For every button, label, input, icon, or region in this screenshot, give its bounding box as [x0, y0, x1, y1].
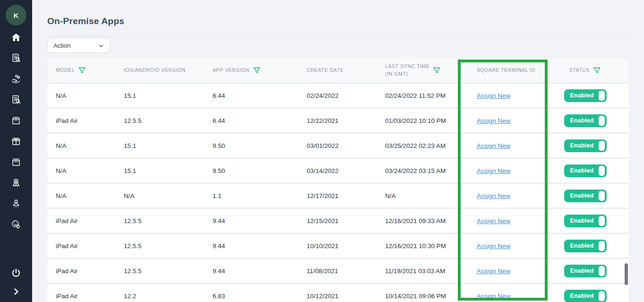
assign-new-link[interactable]: Assign New [477, 217, 510, 224]
cell-square-terminal-id: Assign New [477, 284, 548, 302]
award-user-icon[interactable] [10, 177, 22, 189]
table-body: N/A 15.1 6.44 02/24/2022 02/24/2022 11:5… [47, 83, 629, 302]
assign-new-link[interactable]: Assign New [477, 267, 510, 275]
cell-os-version: 12.5.5 [124, 208, 213, 233]
chevron-down-icon [98, 43, 104, 49]
cell-square-terminal-id: Assign New [477, 108, 548, 133]
table-row: N/A N/A 1.1 12/17/2021 N/A Assign New En… [47, 183, 629, 208]
filter-icon[interactable] [433, 67, 441, 75]
status-toggle[interactable]: Enabled [564, 290, 607, 302]
cell-last-sync: 01/03/2022 10:10 PM [385, 108, 477, 133]
cell-app-version: 9.44 [213, 208, 307, 233]
status-toggle-knob [599, 91, 605, 101]
status-toggle[interactable]: Enabled [564, 114, 607, 127]
cell-last-sync: N/A [385, 183, 477, 208]
cell-model: N/A [56, 183, 124, 208]
status-toggle[interactable]: Enabled [564, 190, 607, 202]
cell-last-sync: 12/16/2021 09:33 AM [385, 208, 477, 233]
avatar[interactable]: K [6, 5, 26, 26]
cell-status: Enabled [548, 284, 629, 302]
status-toggle[interactable]: Enabled [564, 139, 607, 152]
column-header-label: LAST SYNC TIME(IN GMT) [385, 63, 429, 78]
cell-create-date: 03/01/2022 [307, 133, 385, 158]
column-header: APP VERSION [213, 58, 307, 83]
cell-app-version: 9.44 [213, 233, 307, 258]
status-toggle-knob [599, 216, 605, 226]
assign-new-link[interactable]: Assign New [477, 242, 510, 250]
cell-model: N/A [56, 83, 124, 108]
status-toggle[interactable]: Enabled [564, 164, 607, 177]
user-icon[interactable] [10, 198, 22, 209]
status-toggle[interactable]: Enabled [564, 240, 607, 252]
cell-status: Enabled [548, 133, 629, 158]
sidebar-bottom [0, 267, 32, 297]
hand-coins-icon[interactable] [10, 73, 22, 85]
cell-square-terminal-id: Assign New [477, 259, 548, 283]
assign-new-link[interactable]: Assign New [477, 92, 510, 99]
assign-new-link[interactable]: Assign New [477, 192, 510, 199]
cell-app-version: 9.50 [213, 133, 307, 158]
filter-icon[interactable] [593, 67, 601, 75]
column-header-label: IOS/ANDROID VERSION [124, 67, 186, 74]
table-row: N/A 15.1 9.50 03/14/2022 03/24/2022 03:1… [47, 158, 629, 183]
home-icon[interactable] [10, 32, 22, 43]
table-row: N/A 15.1 6.44 02/24/2022 02/24/2022 11:5… [47, 83, 629, 108]
cell-square-terminal-id: Assign New [477, 233, 548, 258]
assign-new-link[interactable]: Assign New [477, 142, 510, 149]
status-toggle[interactable]: Enabled [564, 265, 607, 277]
cell-os-version: 12.5.5 [124, 259, 213, 283]
column-header-label: STATUS [569, 67, 590, 74]
filter-icon[interactable] [78, 67, 86, 75]
cell-last-sync: 10/14/2021 09:06 PM [385, 284, 477, 302]
assign-new-link[interactable]: Assign New [477, 167, 510, 174]
package-icon[interactable] [10, 156, 22, 168]
cell-model: iPad Air [56, 108, 124, 133]
report-search-icon[interactable] [10, 52, 22, 64]
status-toggle-knob [599, 141, 605, 151]
column-header-label: MODEL [56, 67, 75, 74]
status-toggle[interactable]: Enabled [564, 89, 607, 102]
cell-square-terminal-id: Assign New [477, 183, 548, 208]
avatar-initial: K [14, 11, 19, 19]
action-dropdown[interactable]: Action [47, 38, 110, 53]
cell-last-sync: 11/19/2021 03:03 AM [385, 259, 477, 283]
report-search-icon[interactable] [10, 94, 22, 105]
cell-last-sync: 02/24/2022 11:52 PM [385, 83, 477, 108]
assign-new-link[interactable]: Assign New [477, 293, 510, 300]
column-header: MODEL [56, 58, 124, 83]
status-toggle-knob [599, 291, 605, 301]
cell-square-terminal-id: Assign New [477, 133, 548, 158]
cell-last-sync: 03/24/2022 03:15 AM [385, 158, 477, 183]
cell-last-sync: 12/16/2021 10:30 PM [385, 233, 477, 258]
expand-sidebar-icon[interactable] [10, 286, 22, 297]
gift-icon[interactable] [10, 136, 22, 147]
cell-model: iPad Air [56, 208, 124, 233]
table-row: iPad Air 12.5.5 9.44 12/15/2021 12/16/20… [47, 208, 629, 233]
sidebar: K [0, 0, 32, 302]
cell-square-terminal-id: Assign New [477, 83, 548, 108]
status-toggle[interactable]: Enabled [564, 215, 607, 227]
cell-os-version: 15.1 [124, 83, 213, 108]
cell-last-sync: 03/25/2022 02:23 AM [385, 133, 477, 158]
cell-app-version: 9.44 [213, 259, 307, 283]
feedback-icon[interactable] [10, 219, 22, 230]
cell-model: iPad Air [56, 233, 124, 258]
status-toggle-knob [599, 166, 605, 176]
cell-status: Enabled [548, 83, 629, 108]
cell-model: N/A [56, 133, 124, 158]
cell-square-terminal-id: Assign New [477, 158, 548, 183]
assign-new-link[interactable]: Assign New [477, 117, 510, 124]
cell-square-terminal-id: Assign New [477, 208, 548, 233]
cell-os-version: 12.5.5 [124, 233, 213, 258]
cell-app-version: 6.83 [213, 284, 307, 302]
vertical-scrollbar-thumb[interactable] [625, 263, 628, 285]
status-toggle-knob [599, 191, 605, 201]
package-icon[interactable] [10, 115, 22, 126]
column-header: STATUS [548, 58, 629, 83]
column-header: CREATE DATE [307, 58, 385, 83]
filter-icon[interactable] [253, 67, 261, 75]
status-toggle-knob [599, 266, 605, 276]
power-icon[interactable] [10, 267, 22, 279]
cell-app-version: 6.44 [213, 83, 307, 108]
cell-app-version: 9.50 [213, 158, 307, 183]
